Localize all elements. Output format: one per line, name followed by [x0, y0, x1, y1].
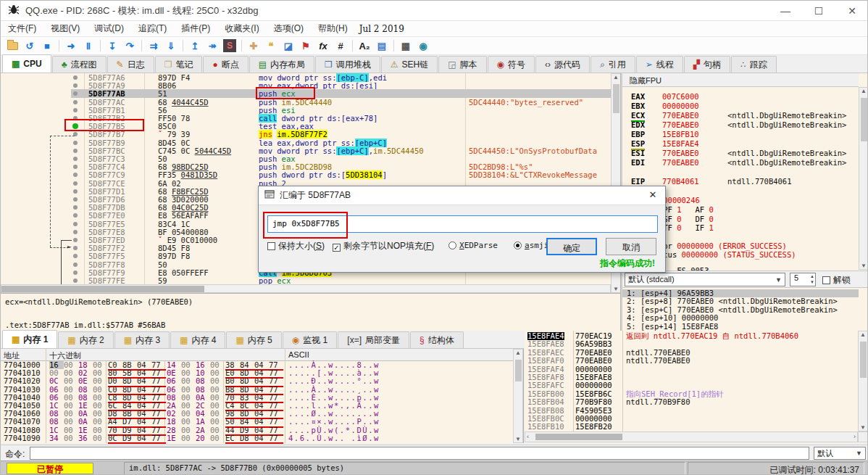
- minimize-button[interactable]: —: [769, 1, 802, 21]
- stack-row[interactable]: 15E8FB08F45905E3: [525, 407, 858, 415]
- row-dot[interactable]: [73, 100, 78, 104]
- dialog-close-icon[interactable]: ✕: [646, 189, 659, 202]
- row-dot[interactable]: [73, 254, 78, 258]
- memory-dump-pane[interactable]: 地址 十六进制 ASCII 7704100016001800C08B047714…: [1, 349, 524, 443]
- stack-row[interactable]: 15E8FAE896A59BB3: [525, 340, 858, 348]
- close-button[interactable]: ✕: [835, 1, 868, 21]
- disasm-row[interactable]: 5D8F77C350push eax: [1, 154, 611, 163]
- row-dot[interactable]: [73, 165, 78, 169]
- register-row[interactable]: ECX770EABE0<ntdll.DbgUiRemoteBreakin>: [622, 111, 859, 120]
- stack-row[interactable]: 15E8FAF0770EABE0ntdll.770EABE0: [525, 357, 858, 365]
- hide-fpu-button[interactable]: 隐藏FPU: [622, 73, 859, 87]
- stack-pane[interactable]: 15E8FAE4770EAC19返回到 ntdll.770EAC19 自 ntd…: [525, 331, 868, 443]
- arg-count-stepper[interactable]: 5 ▲▼: [790, 273, 816, 286]
- fill-nop-checkbox[interactable]: ✓剩余字节以NOP填充(F): [333, 240, 434, 252]
- tab-引用[interactable]: ⌕引用: [591, 56, 635, 73]
- menu-item[interactable]: 帮助(H): [311, 21, 355, 36]
- register-row[interactable]: ESI770EABE0<ntdll.DbgUiRemoteBreakin>: [622, 149, 859, 158]
- open-file-icon[interactable]: [4, 38, 20, 53]
- disasm-row[interactable]: 5D8F77B7ˇ 79 39jns im.5D8F77F2: [1, 130, 611, 139]
- tab-内存 1[interactable]: ▦内存 1: [2, 330, 57, 348]
- tab-监视 1[interactable]: ◉监视 1: [283, 331, 338, 348]
- row-dot[interactable]: [73, 238, 78, 242]
- pause-icon[interactable]: Ⅱ: [80, 38, 96, 53]
- row-dot[interactable]: [73, 157, 78, 161]
- tab-内存布局[interactable]: ▤内存布局: [249, 56, 314, 73]
- stack-vscrollbar[interactable]: ▲▼: [858, 331, 868, 431]
- memory-row[interactable]: 770410200C000E00D08D047706000800B08D0477…: [1, 377, 513, 385]
- trace-device-icon[interactable]: ▤: [374, 38, 390, 53]
- labels-icon[interactable]: ◪: [280, 38, 296, 53]
- register-row[interactable]: ESP15E8FAE4: [622, 139, 859, 149]
- register-row[interactable]: EBX00000000: [622, 102, 859, 111]
- register-row[interactable]: EDX770EABE0<ntdll.DbgUiRemoteBreakin>: [622, 120, 859, 130]
- register-row[interactable]: EBP15E8FB10: [622, 130, 859, 139]
- row-dot[interactable]: [73, 263, 78, 267]
- tab-线程[interactable]: ➢线程: [636, 56, 683, 73]
- row-dot[interactable]: [73, 149, 78, 153]
- menu-item[interactable]: 调试(D): [87, 21, 131, 36]
- comments-icon[interactable]: ❝: [263, 38, 279, 53]
- tab-调用堆栈[interactable]: ❒调用堆栈: [315, 56, 380, 73]
- row-dot[interactable]: [73, 205, 78, 210]
- dialog-title-bar[interactable]: 汇编于 5D8F77AB ✕: [259, 186, 665, 205]
- memory-row[interactable]: 77041090340036000CD904771E002000ECD80477…: [1, 434, 513, 442]
- command-profile-select[interactable]: 默认▼: [814, 447, 866, 460]
- stack-row[interactable]: 15E8FB0015E8FB6C指向SEH_Record[1]的指针: [525, 390, 858, 398]
- tab-源代码[interactable]: ‹›源代码: [535, 56, 590, 73]
- memory-row[interactable]: 7704107008000A00A4D7047718001A0050840477…: [1, 418, 513, 426]
- step-over-icon[interactable]: ↷: [122, 38, 138, 53]
- tab-结构体[interactable]: §结构体: [410, 331, 464, 348]
- row-dot[interactable]: [73, 83, 78, 88]
- tab-局部变量[interactable]: [x=]局部变量: [338, 331, 409, 348]
- arg-row[interactable]: 4: [esp+10] 00000000: [622, 314, 859, 322]
- disasm-hscrollbar[interactable]: [1, 284, 611, 293]
- maximize-button[interactable]: ☐: [802, 1, 835, 21]
- tab-断点[interactable]: ●断点: [203, 56, 248, 73]
- tab-内存 4[interactable]: ▦内存 4: [170, 331, 225, 348]
- functions-icon[interactable]: fx: [315, 38, 331, 53]
- stack-row[interactable]: 15E8FB1015E8FB20: [525, 423, 858, 431]
- row-dot[interactable]: [73, 222, 78, 226]
- animate-into-icon[interactable]: ⇉: [146, 38, 162, 53]
- step-into-icon[interactable]: ↧: [104, 38, 120, 53]
- row-dot[interactable]: [73, 141, 78, 145]
- stack-row[interactable]: 15E8FAEC770EABE0ntdll.770EABE0: [525, 349, 858, 357]
- stack-row[interactable]: 15E8FAE4770EAC19返回到 ntdll.770EAC19 自 ntd…: [525, 332, 858, 340]
- highlight-mode-icon[interactable]: A₂: [356, 38, 372, 53]
- row-dot[interactable]: [73, 108, 78, 112]
- patches-icon[interactable]: ✚: [246, 38, 262, 53]
- menu-item[interactable]: 插件(P): [174, 21, 217, 36]
- disasm-row[interactable]: 5D8F77A6897D F4mov dword ptr ss:[ebp-C],…: [1, 73, 611, 82]
- register-row[interactable]: EDI770EABE0<ntdll.DbgUiRemoteBreakin>: [622, 158, 859, 168]
- row-dot[interactable]: [73, 197, 78, 202]
- row-dot[interactable]: [73, 181, 78, 186]
- disasm-row[interactable]: 5D8F77B156push esi: [1, 106, 611, 115]
- tab-内存 2[interactable]: ▦内存 2: [58, 331, 113, 348]
- row-dot[interactable]: [73, 91, 78, 96]
- row-dot[interactable]: [73, 270, 78, 275]
- xedparse-radio[interactable]: XEDParse: [448, 240, 498, 250]
- stack-row[interactable]: 15E8FAF400000000: [525, 365, 858, 373]
- menu-item[interactable]: 视图(V): [43, 21, 87, 36]
- tab-跟踪[interactable]: ∴跟踪: [731, 56, 777, 73]
- tab-SEH链[interactable]: ⚠SEH链: [381, 56, 438, 73]
- tab-符号[interactable]: ◉符号: [488, 56, 535, 73]
- tab-脚本[interactable]: ◲脚本: [438, 56, 486, 73]
- run-icon[interactable]: ➜: [63, 38, 79, 53]
- disasm-row[interactable]: 5D8F77C468 98BDC25Dpush im.5DC2BD985DC2B…: [1, 162, 611, 171]
- menu-item[interactable]: 收藏夹(I): [217, 21, 266, 36]
- tab-流程图[interactable]: ♣流程图: [52, 56, 107, 73]
- stack-row[interactable]: 15E8FB0C00000000: [525, 415, 858, 423]
- tab-CPU[interactable]: ▦CPU: [2, 54, 51, 73]
- tab-日志[interactable]: ✎日志: [107, 56, 154, 73]
- menu-item[interactable]: 追踪(T): [131, 21, 174, 36]
- animate-over-icon[interactable]: ⇓: [163, 38, 179, 53]
- scylla-icon[interactable]: S: [222, 38, 238, 53]
- hash-icon[interactable]: #: [333, 38, 349, 53]
- stack-row[interactable]: 15E8FAF815E8FAE8: [525, 373, 858, 381]
- run-to-user-icon[interactable]: ↠: [204, 38, 220, 53]
- menu-item[interactable]: 选项(O): [267, 21, 311, 36]
- internet-icon[interactable]: ◉: [415, 38, 431, 53]
- stack-row[interactable]: 15E8FB04770B9F80ntdll.770B9F80: [525, 398, 858, 406]
